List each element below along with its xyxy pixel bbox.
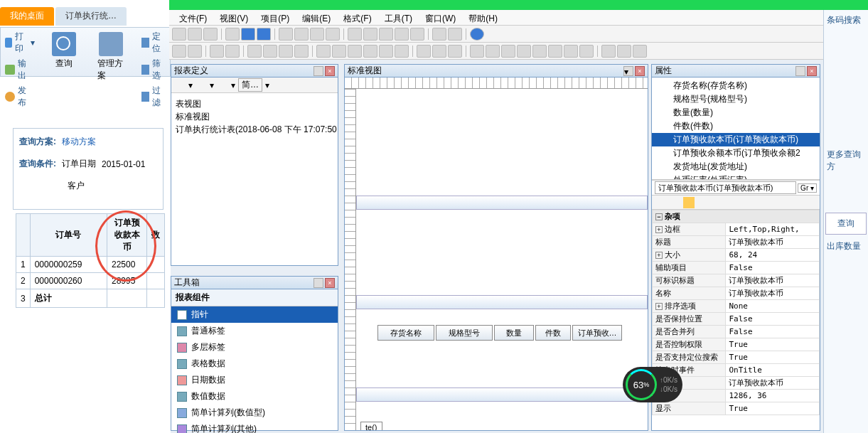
tb-delete-icon[interactable] (294, 45, 309, 58)
table-row[interactable]: 1000000025922500 (16, 257, 165, 273)
prop-row[interactable]: +边框Left,Top,Right, (653, 223, 820, 236)
field-item[interactable]: 规格型号(规格型号) (652, 92, 820, 106)
tb-icon[interactable] (564, 45, 578, 58)
tool-pointer[interactable]: 指针 (171, 306, 338, 323)
col-header[interactable]: 数量 (494, 325, 534, 341)
expand-icon[interactable]: + (655, 252, 663, 259)
query-big-button[interactable]: 查询 (48, 31, 80, 71)
tb-icon[interactable] (294, 28, 309, 41)
tool-ddata[interactable]: 日期数据 (171, 372, 338, 388)
field-item[interactable]: 订单预收余额本币(订单预收余额2 (652, 146, 820, 160)
tool-mlabel[interactable]: 多层标签 (171, 339, 338, 356)
tb-cut-icon[interactable] (247, 45, 262, 58)
collapse-icon[interactable]: − (655, 213, 663, 220)
pin-icon[interactable] (314, 66, 323, 76)
tool-ndata[interactable]: 数值数据 (171, 388, 338, 405)
tb-icon[interactable] (188, 28, 202, 41)
tb-icon[interactable] (348, 45, 362, 58)
tab-order-exec[interactable]: 订单执行统… (55, 7, 127, 26)
menu-view[interactable]: 视图(V) (214, 11, 254, 23)
prop-row[interactable]: 显示True (653, 402, 820, 415)
prop-row[interactable]: +大小68, 24 (653, 249, 820, 262)
tb-icon[interactable] (448, 28, 462, 41)
simple-dropdown[interactable]: 简… (238, 78, 262, 92)
tb-icon[interactable] (310, 28, 324, 41)
footer-expr[interactable]: te() (360, 422, 382, 430)
tb-saveall-icon[interactable] (257, 28, 271, 41)
menu-help[interactable]: 帮助(H) (463, 11, 503, 23)
col-prepay[interactable]: 订单预收款本币 (107, 214, 147, 257)
menu-tool[interactable]: 工具(T) (379, 11, 418, 23)
toolbox-group[interactable]: 报表组件 (171, 289, 338, 306)
query-scheme-value[interactable]: 移动方案 (62, 136, 96, 148)
col-header[interactable]: 存货名称 (377, 325, 434, 341)
tb-icon[interactable] (332, 45, 346, 58)
col-order-no[interactable]: 订单号 (30, 214, 107, 257)
more-query[interactable]: 更多查询方 (824, 144, 868, 177)
tb-redo-icon[interactable] (225, 45, 240, 58)
tb-icon[interactable] (174, 80, 186, 91)
tb-save-icon[interactable] (241, 28, 255, 41)
tb-icon[interactable] (395, 45, 409, 58)
tb-icon[interactable] (225, 28, 240, 41)
tool-tdata[interactable]: 表格数据 (171, 356, 338, 372)
menu-edit[interactable]: 编辑(E) (296, 11, 336, 23)
tb-icon[interactable] (326, 28, 340, 41)
field-item-selected[interactable]: 订单预收款本币(订单预收款本币) (652, 133, 820, 146)
col-header[interactable]: 件数 (535, 325, 571, 341)
prop-row[interactable]: 是否保持位置False (653, 313, 820, 326)
band-footer[interactable] (356, 387, 648, 402)
table-row[interactable]: 2000000026028995 (16, 273, 165, 289)
prop-row[interactable]: 是否控制权限True (653, 338, 820, 351)
tb-help-icon[interactable] (470, 28, 484, 41)
tb-icon[interactable] (363, 45, 377, 58)
events-icon[interactable] (683, 197, 695, 208)
tb-icon[interactable] (501, 45, 515, 58)
tb-icon[interactable] (188, 45, 202, 58)
prop-row[interactable]: 名称订单预收款本币 (653, 287, 820, 300)
filter2-button[interactable]: 过滤 (141, 85, 166, 109)
field-item[interactable]: 外币汇率(外币汇率) (652, 173, 820, 180)
prop-row[interactable]: 辅助项目False (653, 262, 820, 274)
tb-icon[interactable] (348, 28, 362, 41)
col-header[interactable]: 规格型号 (436, 325, 493, 341)
output-button[interactable]: 输出 (5, 58, 35, 82)
tb-icon[interactable] (517, 45, 531, 58)
tb-copy-icon[interactable] (263, 45, 277, 58)
tb-icon[interactable] (410, 28, 424, 41)
tb-icon[interactable] (172, 28, 186, 41)
tb-icon[interactable] (579, 45, 594, 58)
tb-icon[interactable] (316, 45, 331, 58)
tb-icon[interactable] (448, 45, 462, 58)
tb-icon[interactable] (432, 45, 446, 58)
scheme-big-button[interactable]: 管理方案 (93, 31, 129, 83)
dropdown-icon[interactable]: ▾ (623, 66, 633, 76)
table-row-total[interactable]: 3总计 (16, 289, 165, 308)
tb-icon[interactable] (601, 45, 616, 58)
publish-button[interactable]: 发布 (5, 85, 35, 109)
tb-icon[interactable] (195, 80, 207, 91)
tool-calc1[interactable]: 简单计算列(数值型) (171, 405, 338, 421)
tb-icon[interactable] (272, 80, 284, 91)
barcode-search[interactable]: 条码搜索 (824, 10, 868, 31)
tb-icon[interactable] (532, 45, 547, 58)
combo-button[interactable]: Gr ▾ (798, 183, 817, 193)
tb-icon[interactable] (172, 45, 186, 58)
field-item[interactable]: 发货地址(发货地址) (652, 160, 820, 173)
prop-row[interactable]: 是否支持定位搜索True (653, 351, 820, 364)
tb-icon[interactable] (279, 28, 293, 41)
tb-icon[interactable] (470, 45, 484, 58)
tb-undo-icon[interactable] (210, 45, 224, 58)
tb-icon[interactable] (363, 28, 377, 41)
tb-paste-icon[interactable] (279, 45, 293, 58)
band-header[interactable] (356, 196, 648, 210)
menu-file[interactable]: 文件(F) (173, 11, 213, 23)
locate-button[interactable]: 定位 (141, 31, 166, 55)
close-icon[interactable]: × (325, 66, 335, 76)
tb-icon[interactable] (379, 45, 393, 58)
tb-icon[interactable] (203, 28, 218, 41)
query-button[interactable]: 查询 (825, 213, 867, 235)
prop-row[interactable]: 可标识标题订单预收款本币 (653, 274, 820, 287)
menu-window[interactable]: 窗口(W) (419, 11, 461, 23)
tb-icon[interactable] (395, 28, 409, 41)
